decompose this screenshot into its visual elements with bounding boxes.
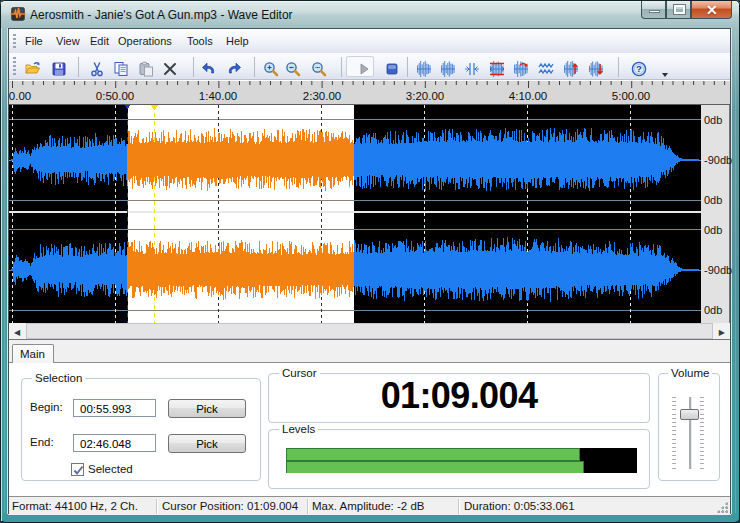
svg-text:4:10.00: 4:10.00 [509, 90, 547, 102]
svg-text:?: ? [636, 63, 642, 74]
svg-text:3:20.00: 3:20.00 [406, 90, 444, 102]
svg-text:0:50.00: 0:50.00 [96, 90, 134, 102]
svg-text:5:00.00: 5:00.00 [612, 90, 650, 102]
svg-text:1:40.00: 1:40.00 [199, 90, 237, 102]
svg-text:2:30.00: 2:30.00 [303, 90, 341, 102]
svg-text:0:00.00: 0:00.00 [9, 90, 31, 102]
